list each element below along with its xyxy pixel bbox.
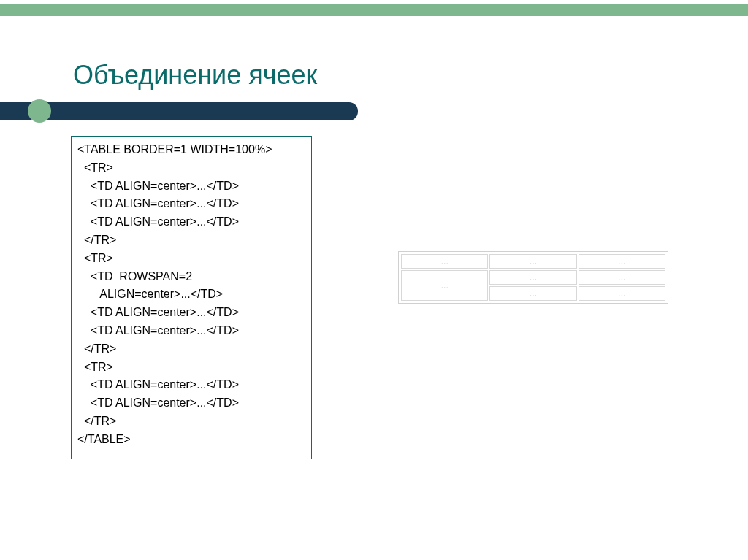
slide-frame: Объединение ячеек <TABLE BORDER=1 WIDTH=…	[0, 4, 748, 556]
code-line: <TR>	[77, 250, 305, 268]
code-line: </TR>	[77, 413, 305, 431]
code-line: <TD ALIGN=center>...</TD>	[77, 195, 305, 213]
table-cell: …	[579, 270, 665, 285]
code-line: <TR>	[77, 358, 305, 377]
code-line: </TR>	[77, 340, 305, 358]
example-table-container: … … … … … … … …	[398, 251, 668, 304]
title-underline-cap	[28, 99, 51, 123]
code-line: <TD ALIGN=center>...</TD>	[77, 304, 305, 322]
table-cell: …	[579, 254, 665, 269]
code-line: </TR>	[77, 231, 305, 250]
table-row: … … …	[401, 254, 665, 269]
table-cell: …	[489, 286, 576, 301]
code-line: </TABLE>	[77, 431, 305, 449]
code-box: <TABLE BORDER=1 WIDTH=100%> <TR> <TD ALI…	[71, 136, 312, 459]
table-cell: …	[579, 286, 665, 301]
code-line: <TR>	[77, 159, 305, 177]
code-line: <TD ALIGN=center>...</TD>	[77, 213, 305, 231]
title-underline-bar	[0, 102, 358, 120]
code-line: <TD ROWSPAN=2	[77, 268, 305, 286]
code-line: <TD ALIGN=center>...</TD>	[77, 394, 305, 413]
code-line: <TD ALIGN=center>...</TD>	[77, 376, 305, 394]
code-line: ALIGN=center>...</TD>	[77, 285, 305, 304]
table-row: … … …	[401, 270, 665, 285]
code-line: <TABLE BORDER=1 WIDTH=100%>	[77, 141, 305, 159]
code-line: <TD ALIGN=center>...</TD>	[77, 177, 305, 196]
code-line: <TD ALIGN=center>...</TD>	[77, 322, 305, 340]
table-cell: …	[489, 254, 576, 269]
example-table: … … … … … … … …	[400, 253, 667, 302]
page-title: Объединение ячеек	[73, 60, 317, 91]
table-cell: …	[401, 254, 488, 269]
table-cell-rowspan: …	[401, 270, 488, 301]
table-cell: …	[489, 270, 576, 285]
